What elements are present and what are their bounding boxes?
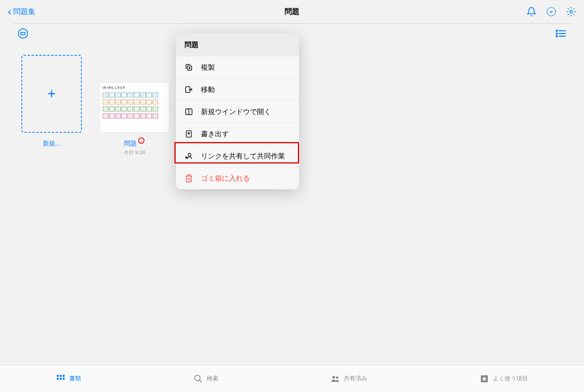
document-name: 問題 [124,140,137,148]
tab-label: 書類 [69,375,81,382]
tab-shared[interactable]: 共有済み [331,374,367,383]
menu-label: 書き出す [201,129,229,139]
svg-point-29 [195,375,200,381]
bottom-tab-bar: 書類 検索 共有済み よく使う項目 [0,365,584,392]
svg-point-17 [188,153,191,156]
menu-new-window[interactable]: 新規ウインドウで開く [176,101,299,123]
chevron-down-icon: ⌄ [140,138,143,142]
menu-label: 移動 [201,85,215,94]
chevron-left-icon: ‹ [8,5,11,18]
svg-line-30 [199,380,202,382]
grid-icon [56,374,65,383]
plus-icon: + [47,86,56,102]
search-icon [193,374,203,383]
svg-point-7 [556,30,558,32]
back-button[interactable]: ‹ 問題集 [8,5,35,18]
svg-rect-23 [57,375,59,377]
menu-export[interactable]: 書き出す [176,123,299,145]
people-icon [331,374,340,383]
menu-trash[interactable]: ゴミ箱に入れる [176,167,299,189]
menu-label: リンクを共有して共同作業 [201,151,285,161]
new-window-icon [185,107,193,116]
tab-favorites[interactable]: よく使う項目 [480,374,528,383]
list-icon[interactable] [556,28,566,39]
menu-title: 問題 [176,33,299,56]
new-label: 新規... [43,140,60,148]
svg-rect-28 [63,378,65,380]
svg-point-1 [570,11,573,13]
back-label: 問題集 [13,7,35,17]
bell-icon[interactable] [526,7,537,17]
dropdown-indicator[interactable]: ⌄ [138,137,144,144]
document-thumbnail: けいさん しりとり 1-1163 4-2532 2-3312 1-8514 [99,82,169,133]
svg-point-8 [556,33,558,34]
tab-label: よく使う項目 [493,375,528,382]
menu-label: ゴミ箱に入れる [201,174,250,183]
header-actions [526,7,576,17]
menu-move[interactable]: 移動 [176,79,299,101]
header: ‹ 問題集 問題 [0,0,584,23]
page-title: 問題 [285,7,299,17]
svg-rect-25 [63,375,65,377]
tab-label: 共有済み [344,375,367,382]
tab-search[interactable]: 検索 [193,374,218,383]
duplicate-icon [185,63,193,72]
trash-icon [185,174,193,183]
tab-documents[interactable]: 書類 [56,374,81,383]
svg-point-2 [18,29,28,38]
new-document-tile[interactable]: + 新規... [21,55,82,156]
menu-share-collaborate[interactable]: リンクを共有して共同作業 [176,145,299,167]
inbox-icon[interactable] [18,28,28,39]
export-icon [185,130,193,138]
svg-rect-24 [60,375,62,377]
check-circle-icon[interactable] [546,7,556,17]
share-person-icon [185,152,193,160]
gear-icon[interactable] [566,7,576,17]
menu-label: 複製 [201,63,215,72]
svg-point-31 [332,376,335,378]
star-icon [480,374,489,383]
move-icon [185,85,193,94]
svg-point-32 [336,376,338,379]
context-menu: 問題 複製 移動 新規ウインドウで開く 書き出す リンクを共有して共同作業 ゴミ… [176,33,299,189]
menu-label: 新規ウインドウで開く [201,107,271,116]
menu-duplicate[interactable]: 複製 [176,56,299,79]
svg-rect-26 [57,378,59,380]
tab-label: 検索 [207,375,218,382]
svg-rect-3 [21,32,25,35]
svg-rect-27 [60,378,62,380]
document-tile[interactable]: けいさん しりとり 1-1163 4-2532 2-3312 1-8514 問題… [99,55,169,156]
svg-point-9 [556,36,558,37]
document-date: 今日 9:28 [124,149,145,156]
